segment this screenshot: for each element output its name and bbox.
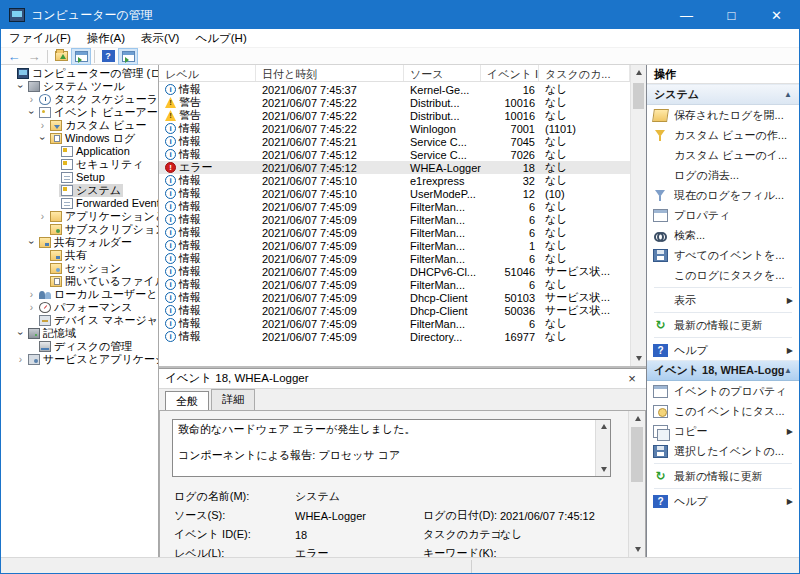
tree-item-5[interactable]: ›Windows ログ — [1, 132, 158, 145]
datetime-cell: 2021/06/07 7:45:10 — [256, 175, 404, 187]
action-separator — [654, 463, 792, 464]
tree-expander-icon[interactable]: › — [26, 94, 37, 105]
scroll-down-button[interactable] — [596, 463, 611, 476]
console-tree-toggle-icon[interactable] — [72, 49, 90, 64]
menu-item-3[interactable]: ヘルプ(H) — [187, 29, 254, 47]
menu-item-1[interactable]: 操作(A) — [79, 29, 133, 47]
info-icon — [165, 201, 176, 212]
tree-expander-icon[interactable]: › — [26, 289, 37, 300]
scroll-up-button[interactable] — [596, 420, 611, 433]
action-item[interactable]: 表示▶ — [647, 290, 799, 310]
tree-expander-icon[interactable]: › — [37, 120, 48, 131]
action-item[interactable]: ログの消去... — [647, 165, 799, 185]
scroll-up-button[interactable] — [629, 411, 646, 426]
tree-item-9[interactable]: システム — [1, 184, 158, 197]
action-item[interactable]: 選択したイベントの... — [647, 441, 799, 461]
error-icon — [165, 162, 176, 173]
action-item[interactable]: イベントのプロパティ — [647, 381, 799, 401]
action-pane-toggle-icon[interactable] — [119, 49, 137, 64]
column-header-4[interactable]: タスクのカ... — [539, 65, 630, 81]
tree-item-15[interactable]: セッション — [1, 262, 158, 275]
action-item[interactable]: 保存されたログを開... — [647, 105, 799, 125]
action-section-header-1[interactable]: イベント 18, WHEA-Logger▲ — [647, 360, 799, 381]
export-list-icon[interactable] — [52, 49, 70, 64]
tree-item-14[interactable]: 共有 — [1, 249, 158, 262]
scroll-down-button[interactable] — [629, 542, 646, 557]
scroll-down-button[interactable] — [631, 351, 646, 366]
action-item[interactable]: コピー▶ — [647, 421, 799, 441]
action-item[interactable]: ヘルプ▶ — [647, 491, 799, 511]
tree-expander-icon[interactable]: › — [26, 302, 37, 313]
scroll-up-button[interactable] — [631, 65, 646, 80]
event-list-scrollbar[interactable] — [630, 65, 646, 366]
message-scrollbar[interactable] — [595, 420, 610, 476]
tree-item-17[interactable]: ›ローカル ユーザーとグ — [1, 288, 158, 301]
tree-item-12[interactable]: サブスクリプション — [1, 223, 158, 236]
tree-item-10[interactable]: Forwarded Event — [1, 197, 158, 210]
tab-details[interactable]: 詳細 — [211, 389, 255, 410]
action-item[interactable]: このログにタスクを... — [647, 265, 799, 285]
action-item[interactable]: カスタム ビューのイ... — [647, 145, 799, 165]
column-header-2[interactable]: ソース — [404, 65, 481, 81]
tree-expander-icon[interactable]: › — [26, 237, 37, 248]
tree-expander-icon[interactable]: › — [15, 354, 26, 365]
tree-expander-icon[interactable]: › — [15, 81, 26, 92]
tree-expander-icon[interactable]: › — [37, 133, 48, 144]
close-icon[interactable]: × — [624, 371, 640, 386]
field-value-2: 2021/06/07 7:45:12 — [500, 510, 627, 522]
collapse-arrow-icon[interactable]: ▲ — [784, 90, 792, 99]
back-icon[interactable]: ← — [5, 49, 23, 64]
action-section-header-0[interactable]: システム▲ — [647, 84, 799, 105]
tree-item-22[interactable]: ›サービスとアプリケーショ — [1, 353, 158, 366]
column-header-0[interactable]: レベル — [159, 65, 256, 81]
tree-expander-icon[interactable]: › — [37, 211, 48, 222]
tree-item-7[interactable]: セキュリティ — [1, 158, 158, 171]
tree-item-19[interactable]: デバイス マネージャー — [1, 314, 158, 327]
menu-item-2[interactable]: 表示(V) — [133, 29, 187, 47]
help-icon[interactable]: ? — [99, 49, 117, 64]
action-item[interactable]: ヘルプ▶ — [647, 340, 799, 360]
tree-item-3[interactable]: ›イベント ビューアー — [1, 106, 158, 119]
source-cell: DHCPv6-Cl... — [404, 266, 481, 278]
collapse-arrow-icon[interactable]: ▲ — [784, 366, 792, 375]
event-row[interactable]: 情報2021/06/07 7:45:09Directory...16977なし — [159, 330, 630, 343]
tree-item-8[interactable]: Setup — [1, 171, 158, 184]
tree-expander-icon[interactable]: › — [15, 328, 26, 339]
event-message-box[interactable]: 致命的なハードウェア エラーが発生しました。 コンポーネントによる報告: プロセ… — [172, 419, 611, 477]
action-item[interactable]: 検索... — [647, 225, 799, 245]
tree-item-13[interactable]: ›共有フォルダー — [1, 236, 158, 249]
action-item[interactable]: プロパティ — [647, 205, 799, 225]
tree-item-0[interactable]: コンピューターの管理 (ローカ — [1, 67, 158, 80]
minimize-button[interactable]: — — [664, 1, 709, 29]
tab-general[interactable]: 全般 — [165, 391, 209, 410]
tree-item-11[interactable]: ›アプリケーションと — [1, 210, 158, 223]
action-item[interactable]: 現在のログをフィル... — [647, 185, 799, 205]
action-item[interactable]: 最新の情報に更新 — [647, 466, 799, 486]
tree-item-18[interactable]: ›パフォーマンス — [1, 301, 158, 314]
forward-icon[interactable]: → — [25, 49, 43, 64]
tree-item-16[interactable]: 開いているファイル — [1, 275, 158, 288]
detail-scrollbar[interactable] — [628, 411, 645, 557]
maximize-button[interactable]: □ — [709, 1, 754, 29]
tree-item-21[interactable]: ディスクの管理 — [1, 340, 158, 353]
action-item[interactable]: カスタム ビューの作... — [647, 125, 799, 145]
column-header-3[interactable]: イベント ID — [481, 65, 539, 81]
customview-icon — [50, 120, 62, 131]
action-item[interactable]: このイベントにタス... — [647, 401, 799, 421]
tree-item-20[interactable]: ›記憶域 — [1, 327, 158, 340]
action-item[interactable]: すべてのイベントを... — [647, 245, 799, 265]
scroll-thumb[interactable] — [631, 427, 643, 482]
field-value: WHEA-Logger — [295, 510, 423, 522]
column-header-1[interactable]: 日付と時刻 — [256, 65, 404, 81]
tree-item-2[interactable]: ›タスク スケジューラ — [1, 93, 158, 106]
action-item[interactable]: 最新の情報に更新 — [647, 315, 799, 335]
scroll-thumb[interactable] — [633, 83, 644, 109]
subscription-icon — [50, 224, 62, 235]
menu-item-0[interactable]: ファイル(F) — [1, 29, 79, 47]
tree-expander-icon[interactable]: › — [26, 107, 37, 118]
action-label: 検索... — [674, 228, 795, 243]
tree-item-6[interactable]: Application — [1, 145, 158, 158]
tree-item-1[interactable]: ›システム ツール — [1, 80, 158, 93]
tree-item-4[interactable]: ›カスタム ビュー — [1, 119, 158, 132]
close-button[interactable]: ✕ — [754, 1, 799, 29]
